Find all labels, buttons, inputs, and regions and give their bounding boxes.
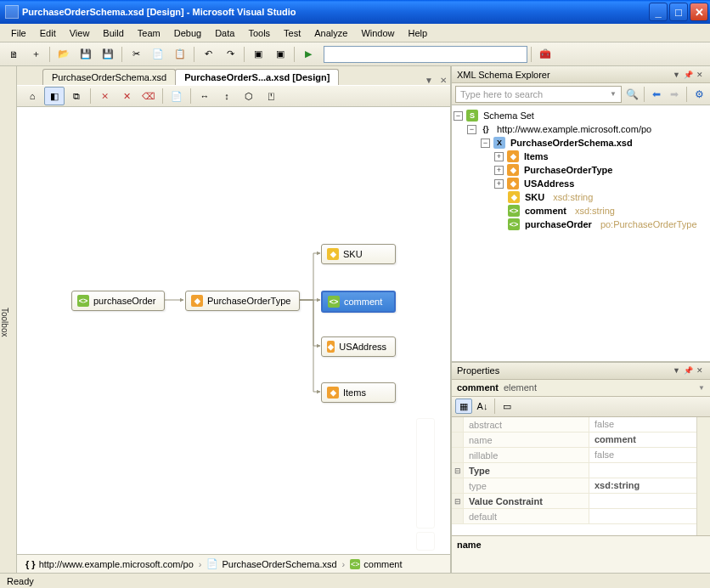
show-docs-button[interactable]: 📄	[166, 87, 187, 105]
breadcrumb: { } http://www.example.microsoft.com/po …	[17, 554, 450, 573]
content-model-view-button[interactable]: ◧	[44, 87, 65, 105]
solution-config-combo[interactable]	[324, 46, 527, 63]
tree-item-file[interactable]: PurchaseOrderSchema.xsd	[508, 137, 635, 149]
panel-pin[interactable]: 📌	[682, 366, 695, 375]
fit-to-screen-button[interactable]	[416, 532, 435, 551]
properties-scrollbar[interactable]	[696, 417, 710, 536]
remove-button[interactable]: ✕	[116, 87, 137, 105]
nav-back-button[interactable]: ⬅	[649, 87, 664, 102]
expander-icon[interactable]: −	[467, 125, 476, 134]
tree-item-ns[interactable]: http://www.example.microsoft.com/po	[494, 123, 654, 135]
minimize-button[interactable]: _	[649, 3, 668, 21]
breadcrumb-element[interactable]: comment	[363, 559, 402, 569]
categorized-button[interactable]: ▦	[455, 399, 472, 414]
panel-close[interactable]: ✕	[695, 366, 705, 375]
category-expander[interactable]: ⊟	[452, 463, 464, 478]
save-button[interactable]: 💾	[76, 45, 96, 64]
panel-dropdown[interactable]: ▼	[671, 366, 682, 375]
cut-button[interactable]: ✂	[126, 45, 146, 64]
tree-item-sku[interactable]: SKU	[522, 191, 547, 203]
search-input[interactable]: Type here to search▼	[455, 86, 622, 103]
start-view-button[interactable]: ⌂	[22, 87, 42, 105]
node-usaddress[interactable]: USAddress	[321, 336, 396, 357]
prop-val-abstract[interactable]: false	[589, 419, 710, 429]
nav-forward-button[interactable]: ➡	[667, 87, 682, 102]
prop-val-type[interactable]: xsd:string	[589, 480, 710, 490]
menu-tools[interactable]: Tools	[242, 26, 276, 40]
navigate-button[interactable]: ▣	[248, 45, 268, 64]
node-purchase-order-type[interactable]: PurchaseOrderType	[185, 291, 300, 311]
alphabetical-button[interactable]: A↓	[474, 399, 491, 414]
category-expander[interactable]: ⊟	[452, 494, 464, 508]
save-all-button[interactable]: 💾	[98, 45, 118, 64]
tree-item-root[interactable]: Schema Set	[481, 110, 537, 122]
node-sku[interactable]: SKU	[321, 244, 396, 264]
breadcrumb-namespace[interactable]: http://www.example.microsoft.com/po	[39, 559, 194, 569]
clear-workspace-button[interactable]: ⨯	[94, 87, 115, 105]
copy-button[interactable]: 📄	[148, 45, 168, 64]
start-debug-button[interactable]: ▶	[298, 45, 318, 64]
tree-item-po[interactable]: purchaseOrder	[522, 218, 594, 230]
breadcrumb-file[interactable]: PurchaseOrderSchema.xsd	[222, 559, 336, 569]
menu-build[interactable]: Build	[97, 26, 129, 40]
tab-source[interactable]: PurchaseOrderSchema.xsd	[42, 69, 176, 85]
maximize-button[interactable]: □	[669, 3, 688, 21]
remove-all-button[interactable]: ⌫	[138, 87, 159, 105]
tree-item-usaddr[interactable]: USAddress	[521, 178, 577, 189]
schema-canvas[interactable]: purchaseOrder PurchaseOrderType SKU comm…	[17, 107, 450, 554]
menu-team[interactable]: Team	[132, 26, 166, 40]
menu-test[interactable]: Test	[278, 26, 307, 40]
node-comment[interactable]: comment	[321, 291, 396, 313]
expander-icon[interactable]: +	[494, 166, 504, 175]
panel-pin[interactable]: 📌	[682, 71, 695, 79]
property-pages-button[interactable]: ▭	[499, 399, 516, 414]
search-button[interactable]: 🔍	[624, 87, 640, 102]
explorer-options[interactable]: ⚙	[691, 87, 707, 102]
tree-item-pot[interactable]: PurchaseOrderType	[521, 164, 615, 176]
expander-icon[interactable]: +	[494, 152, 504, 161]
paste-button[interactable]: 📋	[170, 45, 190, 64]
redo-button[interactable]: ↷	[220, 45, 240, 64]
panel-dropdown[interactable]: ▼	[671, 71, 682, 79]
add-item-button[interactable]: ＋	[25, 45, 46, 64]
filter-button[interactable]: ⍞	[261, 87, 281, 105]
tree-item-comment[interactable]: comment	[522, 205, 569, 217]
node-items[interactable]: Items	[321, 382, 396, 403]
tabs-dropdown[interactable]: ▼	[421, 76, 437, 85]
menu-view[interactable]: View	[64, 26, 96, 40]
expander-icon[interactable]: −	[454, 111, 463, 121]
graph-view-button[interactable]: ⧉	[66, 87, 87, 105]
new-project-button[interactable]: 🗎	[3, 45, 24, 64]
prop-val-nillable[interactable]: false	[589, 449, 710, 460]
tree-item-items[interactable]: Items	[521, 150, 551, 162]
auto-layout-button[interactable]: ⬡	[239, 87, 259, 105]
zoom-slider[interactable]	[416, 418, 435, 529]
schema-tree[interactable]: −SSchema Set −{}http://www.example.micro…	[452, 105, 710, 361]
expander-icon[interactable]: −	[481, 139, 490, 148]
top-to-bottom-button[interactable]: ↕	[217, 87, 237, 105]
complex-type-icon	[191, 295, 203, 307]
find-button[interactable]: ▣	[270, 45, 290, 64]
panel-close[interactable]: ✕	[695, 71, 705, 79]
menu-file[interactable]: File	[5, 26, 32, 40]
prop-val-name[interactable]: comment	[589, 434, 710, 444]
menu-analyze[interactable]: Analyze	[308, 26, 353, 40]
toolbox-tab[interactable]: Toolbox	[0, 66, 17, 573]
node-purchase-order[interactable]: purchaseOrder	[71, 291, 165, 311]
menu-edit[interactable]: Edit	[34, 26, 62, 40]
menu-help[interactable]: Help	[403, 26, 434, 40]
expander-icon[interactable]: +	[494, 179, 504, 189]
left-to-right-button[interactable]: ↔	[194, 87, 215, 105]
undo-button[interactable]: ↶	[198, 45, 218, 64]
menu-data[interactable]: Data	[209, 26, 240, 40]
open-button[interactable]: 📂	[54, 45, 74, 64]
property-grid[interactable]: abstractfalse namecomment nillablefalse …	[452, 417, 710, 536]
menu-window[interactable]: Window	[355, 26, 400, 40]
tabs-close[interactable]: ✕	[437, 76, 450, 85]
tab-design[interactable]: PurchaseOrderS...a.xsd [Design]	[175, 69, 339, 85]
menu-debug[interactable]: Debug	[168, 26, 207, 40]
close-button[interactable]: ✕	[690, 3, 708, 21]
window-titlebar: PurchaseOrderSchema.xsd [Design] - Micro…	[0, 0, 710, 24]
toolbox-button[interactable]: 🧰	[535, 45, 555, 64]
properties-header[interactable]: comment element ▼	[452, 380, 710, 397]
